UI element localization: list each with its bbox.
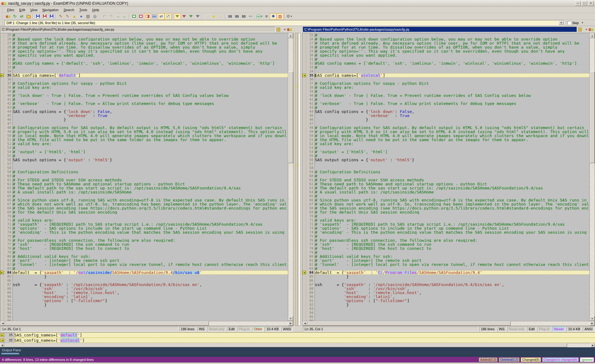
- toolbar-grip-icon[interactable]: [2, 14, 3, 19]
- save-all-icon[interactable]: [48, 13, 55, 20]
- copy-diff-arrow-icon[interactable]: ▶: [0, 74, 4, 77]
- scroll-right-icon[interactable]: ▶: [591, 343, 595, 347]
- print-preview-icon[interactable]: ◎: [91, 13, 98, 20]
- auto-recompare-icon[interactable]: [165, 13, 171, 20]
- menu-tools[interactable]: Tools: [77, 7, 90, 12]
- skip-checkbox-wrap[interactable]: Skip: [567, 21, 579, 25]
- combobox-dropdown-icon[interactable]: ▼: [559, 21, 564, 25]
- find-next-icon[interactable]: [233, 13, 240, 20]
- skip-checkbox[interactable]: [567, 21, 571, 24]
- show-changed-lines-icon[interactable]: [144, 13, 151, 20]
- menu-view[interactable]: View: [28, 7, 40, 12]
- display-options-icon[interactable]: ▼: [256, 13, 263, 20]
- legend-ignored[interactable]: Ignored: [580, 357, 594, 362]
- menu-grip-icon[interactable]: [2, 8, 3, 12]
- open-files-icon[interactable]: [25, 13, 32, 20]
- close-button[interactable]: ×: [588, 1, 594, 6]
- save-first-file-icon[interactable]: [34, 13, 41, 20]
- scroll-up-icon[interactable]: ▲: [288, 33, 293, 38]
- first-file-path[interactable]: C:\Program Files\Python\Python37\Lib\sit…: [1, 27, 275, 32]
- scroll-left-icon[interactable]: ◀: [0, 321, 5, 326]
- legend-changed-in-changed-8-[interactable]: Changed in changed(8): [542, 357, 579, 362]
- header-dropdown-icon[interactable]: ▼: [585, 28, 588, 31]
- next-diff-icon[interactable]: ↓: [217, 13, 224, 20]
- line-inspector-icon[interactable]: ≡: [263, 13, 270, 20]
- edit-mode-icon[interactable]: ▨: [277, 13, 284, 20]
- diffbar-grip-icon[interactable]: [2, 21, 3, 25]
- synchronize-panes-icon[interactable]: ⇄: [158, 13, 165, 20]
- previous-diff-icon[interactable]: ↑: [204, 13, 210, 20]
- diff-map-bar[interactable]: [295, 33, 298, 326]
- undo-icon[interactable]: ↶: [101, 13, 108, 20]
- show-deleted-lines-icon[interactable]: [137, 13, 144, 20]
- legend-added-0-3-[interactable]: Added(0,3): [478, 357, 498, 362]
- first-file-horizontal-scrollbar[interactable]: ◀ ▶: [0, 321, 293, 326]
- recompare-swapped-icon[interactable]: ⇄: [18, 13, 25, 20]
- scroll-left-icon[interactable]: ◀: [0, 343, 4, 347]
- options-icon[interactable]: ⚙▼: [286, 13, 293, 20]
- redo-icon[interactable]: ↷: [108, 13, 114, 20]
- examdiff-icon[interactable]: [287, 27, 292, 32]
- recompare-icon[interactable]: ↻: [11, 13, 18, 20]
- first-file-code-area[interactable]: 25#26# Based upon the lock_down configur…: [0, 33, 288, 321]
- examdiff-compare-icon[interactable]: [5, 13, 11, 20]
- copy-diff-arrow-icon[interactable]: ◀: [302, 74, 306, 77]
- edit-first-file-icon[interactable]: ✎: [57, 13, 64, 20]
- menu-help[interactable]: Help: [90, 7, 102, 12]
- save-composite-first-icon[interactable]: ▲: [71, 13, 78, 20]
- current-diff-combobox[interactable]: Diff 1: Change 1 line (35, first file) t…: [5, 20, 564, 25]
- show-identical-lines-icon[interactable]: [130, 13, 137, 20]
- diff-map-bar-secondary[interactable]: [298, 33, 301, 326]
- diff-detail-row[interactable]: ◀35SAS_config_names=['winlocal']: [0, 338, 595, 343]
- print-icon[interactable]: ▤: [85, 13, 91, 20]
- diff-detail-row[interactable]: ▶35SAS_config_names=['default']: [0, 332, 595, 338]
- copy-diff-arrow-icon[interactable]: ▶: [1, 333, 4, 337]
- legend-changed-8-[interactable]: Changed(8): [521, 357, 541, 362]
- header-dropdown-icon[interactable]: ▼: [284, 28, 286, 31]
- menu-navigation[interactable]: Navigation: [40, 7, 61, 12]
- menu-search[interactable]: Search: [61, 7, 77, 12]
- second-file-path[interactable]: C:\Program Files\Python\Python37\Lib\sit…: [303, 27, 577, 32]
- diffbar-overflow-chevron-icon[interactable]: ▼: [581, 21, 584, 24]
- filter-all-icon[interactable]: [174, 13, 181, 20]
- copy-diff-arrow-icon[interactable]: ◀: [1, 339, 4, 342]
- copy-file-icon[interactable]: [578, 28, 582, 32]
- filter-remove-icon[interactable]: [181, 13, 187, 20]
- legend-deleted-0-2-[interactable]: Deleted(0,2): [499, 357, 520, 362]
- plugins-icon[interactable]: ✱: [270, 13, 277, 20]
- replace-icon[interactable]: AB: [247, 13, 254, 20]
- menu-edit[interactable]: Edit: [17, 7, 28, 12]
- current-diff-icon[interactable]: ■: [210, 13, 217, 20]
- scroll-down-icon[interactable]: ▼: [288, 316, 293, 321]
- edit-second-file-icon[interactable]: ✎: [64, 13, 71, 20]
- output-pane-scroll-chip[interactable]: [1, 353, 19, 354]
- examdiff-icon[interactable]: [588, 27, 593, 32]
- filter-find-icon[interactable]: [194, 13, 201, 20]
- scroll-down-icon[interactable]: ▼: [590, 316, 595, 321]
- second-file-code-area[interactable]: 25#26# Based upon the lock_down configur…: [302, 33, 589, 321]
- find-icon[interactable]: [227, 13, 233, 20]
- scroll-right-icon[interactable]: ▶: [590, 321, 595, 326]
- detail-pane-scrollbar[interactable]: ◀ ▶: [0, 343, 595, 347]
- second-file-vertical-scrollbar[interactable]: ▲ ▼: [589, 33, 595, 321]
- minimize-button[interactable]: –: [575, 1, 581, 6]
- diff-marker-column: [302, 246, 306, 250]
- menu-files[interactable]: Files: [5, 7, 17, 12]
- find-prev-icon[interactable]: [240, 13, 247, 20]
- scroll-right-icon[interactable]: ▶: [288, 321, 293, 326]
- maximize-button[interactable]: □: [581, 1, 587, 6]
- pane-splitter[interactable]: [293, 26, 302, 326]
- first-file-vertical-scrollbar[interactable]: ▲ ▼: [288, 33, 293, 321]
- save-second-file-icon[interactable]: [41, 13, 48, 20]
- filter-add-icon[interactable]: [187, 13, 194, 20]
- save-composite-second-icon[interactable]: ●: [78, 13, 85, 20]
- copy-block-left-icon[interactable]: ←: [121, 13, 128, 20]
- scroll-left-icon[interactable]: ◀: [302, 321, 307, 326]
- second-file-horizontal-scrollbar[interactable]: ◀ ▶: [302, 321, 595, 326]
- copy-diff-arrow-icon[interactable]: ▶: [0, 271, 4, 274]
- copy-diff-arrow-icon[interactable]: ◀: [302, 271, 306, 274]
- show-all-lines-icon[interactable]: [151, 13, 158, 20]
- scroll-up-icon[interactable]: ▲: [590, 33, 595, 38]
- copy-block-right-icon[interactable]: →: [114, 13, 121, 20]
- copy-file-icon[interactable]: [276, 28, 280, 32]
